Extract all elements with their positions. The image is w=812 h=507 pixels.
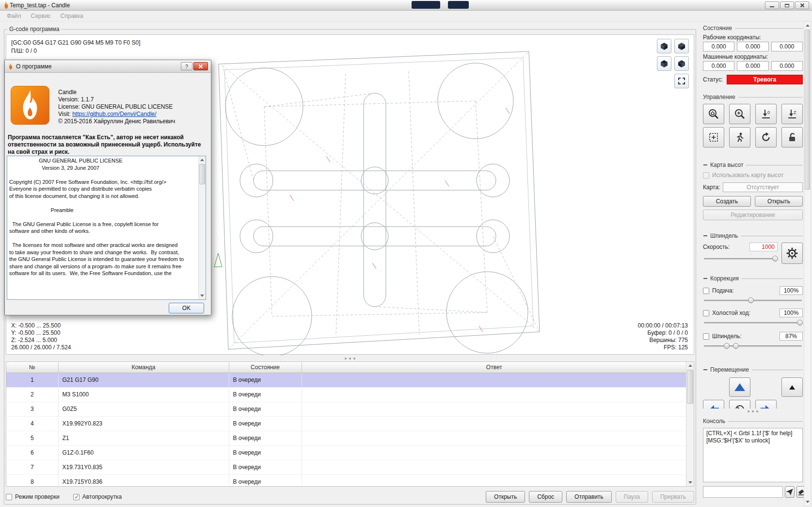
jog-z-plus-button[interactable]	[781, 377, 803, 397]
control-row-2	[703, 127, 803, 147]
table-row[interactable]: 7 X19.731Y0.835 В очереди	[6, 460, 687, 474]
dialog-close-button[interactable]	[193, 62, 208, 70]
collapse-icon[interactable]	[703, 277, 707, 281]
scrollbar-thumb[interactable]	[687, 370, 693, 404]
dialog-help-button[interactable]: ?	[181, 62, 192, 70]
minimize-button[interactable]	[765, 1, 779, 9]
home-button[interactable]	[703, 104, 724, 124]
view-top-button[interactable]	[657, 39, 671, 53]
fit-view-button[interactable]	[674, 74, 689, 88]
collapse-icon[interactable]	[703, 234, 707, 238]
table-row[interactable]: 2 M3 S1000 В очереди	[6, 387, 687, 402]
console-log[interactable]: [CTRL+X] < Grbl 1.1f ['$' for help] [MSG…	[703, 428, 803, 482]
scroll-down-button[interactable]	[686, 479, 694, 486]
ok-button[interactable]: OK	[169, 303, 204, 313]
check-mode-group[interactable]: Режим проверки	[6, 493, 60, 500]
check-mode-button[interactable]	[729, 127, 750, 147]
probe-search-button[interactable]	[729, 104, 750, 124]
scroll-down-button[interactable]	[199, 292, 206, 299]
scroll-up-button[interactable]	[686, 362, 694, 369]
col-header-command[interactable]: Команда	[58, 362, 229, 373]
license-scrollbar[interactable]	[198, 156, 206, 299]
autoscroll-checkbox[interactable]	[73, 494, 80, 500]
col-header-response[interactable]: Ответ	[302, 362, 687, 373]
splitter-handle[interactable]	[4, 356, 696, 361]
slider-knob[interactable]	[772, 256, 778, 262]
grbl-reset-button[interactable]	[755, 127, 777, 147]
menu-service[interactable]: Сервис	[26, 12, 56, 20]
slider-knob[interactable]	[748, 297, 754, 303]
unlock-button[interactable]	[781, 127, 803, 147]
cell-command: G1Z-0.1F60	[58, 445, 229, 460]
jog-stop-button[interactable]	[729, 400, 750, 409]
dialog-title: О программе	[16, 63, 51, 70]
panel-scrollbar-thumb[interactable]	[805, 30, 810, 190]
spindle-speed-slider[interactable]	[703, 255, 778, 262]
spindle-override-slider[interactable]	[703, 343, 803, 349]
scroll-up-button[interactable]	[199, 156, 206, 164]
speed-value-field[interactable]: 1000	[749, 243, 778, 251]
jog-y-plus-button[interactable]	[729, 377, 750, 397]
zero-z-button[interactable]: Z	[781, 104, 803, 124]
rapid-override-value[interactable]: 100%	[780, 309, 803, 317]
gcode-table: № Команда Состояние Ответ 1 G21 G17 G90 …	[6, 361, 694, 487]
rapid-override-slider[interactable]	[703, 319, 803, 326]
menu-file[interactable]: Файл	[2, 12, 26, 20]
table-row[interactable]: 5 Z1 В очереди	[6, 431, 687, 445]
col-header-number[interactable]: №	[6, 362, 58, 373]
table-row[interactable]: 1 G21 G17 G90 В очереди	[6, 373, 687, 387]
reset-button[interactable]: Сброс	[529, 491, 562, 503]
restore-origin-button[interactable]	[703, 127, 724, 147]
view-side-button[interactable]	[657, 56, 671, 71]
collapse-icon[interactable]	[703, 368, 707, 372]
project-link[interactable]: https://github.com/Denvi/Candle/	[72, 111, 156, 117]
app-version: Version: 1.1.7	[58, 96, 175, 103]
slider-knob[interactable]	[733, 343, 739, 349]
zero-xy-button[interactable]: 0	[755, 104, 777, 124]
spindle-override-checkbox[interactable]	[703, 333, 709, 340]
view-isometric-button[interactable]	[674, 56, 689, 71]
spindle-toggle-button[interactable]	[781, 243, 803, 264]
autoscroll-group[interactable]: Автопрокрутка	[73, 493, 122, 500]
feed-override-checkbox[interactable]	[703, 288, 709, 294]
bottom-bar: Режим проверки Автопрокрутка Открыть Сбр…	[6, 491, 694, 503]
jog-x-minus-button[interactable]	[703, 400, 724, 409]
check-mode-checkbox[interactable]	[6, 494, 12, 500]
table-row[interactable]: 6 G1Z-0.1F60 В очереди	[6, 445, 687, 460]
slider-knob[interactable]	[797, 320, 803, 326]
table-row[interactable]: 3 G0Z5 В очереди	[6, 402, 687, 416]
titlebar-artifact	[448, 1, 469, 9]
scrollbar-thumb[interactable]	[199, 164, 205, 184]
heightmap-create-button[interactable]: Создать	[703, 196, 751, 207]
rapid-override-checkbox[interactable]	[703, 310, 709, 316]
col-header-state[interactable]: Состояние	[229, 362, 302, 373]
view-front-button[interactable]	[674, 39, 689, 53]
heightmap-open-button[interactable]: Открыть	[755, 196, 803, 207]
spindle-override-value[interactable]: 87%	[780, 332, 803, 341]
maximize-button[interactable]	[780, 1, 794, 9]
table-row[interactable]: 8 X19.715Y0.836 В очереди	[6, 474, 687, 487]
feed-override-value[interactable]: 100%	[780, 286, 803, 295]
open-file-button[interactable]: Открыть	[486, 491, 525, 503]
candle-logo	[11, 86, 49, 125]
panel-scroll-up-button[interactable]	[804, 22, 811, 29]
panel-scrollbar[interactable]	[804, 21, 811, 506]
menu-help[interactable]: Справка	[56, 12, 88, 20]
collapse-icon[interactable]	[703, 163, 707, 167]
table-row[interactable]: 4 X19.992Y0.823 В очереди	[6, 416, 687, 431]
jog-right-icon	[760, 404, 772, 409]
jog-x-plus-button[interactable]	[755, 400, 777, 409]
send-button[interactable]: Отправить	[566, 491, 612, 503]
feed-override-slider[interactable]	[703, 297, 803, 304]
titlebar[interactable]: Temp_test.tap - Candle	[0, 0, 812, 11]
license-box[interactable]: GNU GENERAL PUBLIC LICENSE Version 3, 29…	[7, 156, 206, 300]
panel-splitter-handle[interactable]	[703, 409, 803, 414]
slider-knob[interactable]	[724, 343, 730, 349]
console-send-button[interactable]	[785, 486, 795, 498]
console-input[interactable]	[703, 486, 783, 498]
close-button[interactable]	[795, 1, 809, 9]
table-scrollbar[interactable]	[686, 362, 694, 486]
dialog-flame-icon	[8, 63, 14, 70]
panel-scroll-down-button[interactable]	[804, 498, 811, 506]
dialog-titlebar[interactable]: О программе ?	[5, 60, 211, 73]
